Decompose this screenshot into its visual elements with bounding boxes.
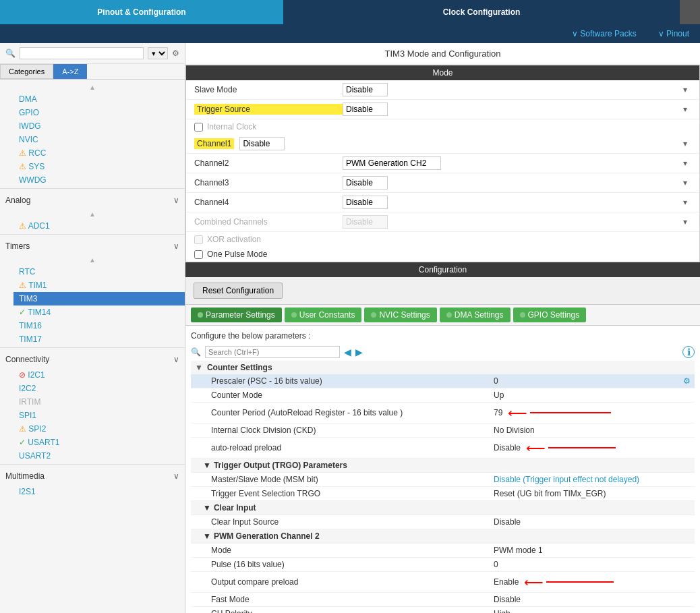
sidebar-item-rcc[interactable]: RCC <box>13 146 185 160</box>
multimedia-section[interactable]: Multimedia ∨ <box>0 467 185 485</box>
search-select[interactable]: ▾ <box>148 47 168 59</box>
tab-parameter-settings[interactable]: Parameter Settings <box>191 308 282 322</box>
categories-tab[interactable]: Categories <box>0 64 53 79</box>
channel2-row: Channel2 PWM Generation CH2 <box>186 154 699 173</box>
tab-gpio-settings[interactable]: GPIO Settings <box>513 308 587 322</box>
nav-next-icon[interactable]: ▶ <box>355 347 363 357</box>
channel4-select[interactable]: Disable <box>343 196 388 209</box>
xor-checkbox[interactable] <box>194 235 203 244</box>
sidebar-item-spi1[interactable]: SPI1 <box>13 409 185 422</box>
counter-period-value: 79 ⟵ <box>488 405 691 421</box>
fast-mode-row: Fast Mode Disable <box>191 593 695 607</box>
scroll-up[interactable]: ▲ <box>0 82 185 92</box>
one-pulse-checkbox[interactable] <box>194 250 203 259</box>
pwm-pulse-value: 0 <box>488 560 691 569</box>
sidebar-item-iwdg[interactable]: IWDG <box>13 119 185 133</box>
sidebar-item-gpio[interactable]: GPIO <box>13 106 185 119</box>
software-packs-link[interactable]: ∨ Software Packs <box>561 29 647 38</box>
connectivity-section[interactable]: Connectivity ∨ <box>0 351 185 368</box>
sidebar-item-tim1[interactable]: TIM1 <box>13 279 185 292</box>
sidebar-item-i2c1[interactable]: I2C1 <box>13 368 185 382</box>
arrow-auto-reload: ⟵ <box>526 440 546 456</box>
prescaler-name: Prescaler (PSC - 16 bits value) <box>211 376 488 386</box>
channel3-select-wrapper[interactable]: Disable <box>343 176 691 189</box>
search-left-icon: 🔍 <box>191 347 201 357</box>
header-pinout[interactable]: Pinout & Configuration <box>0 0 283 24</box>
az-tab[interactable]: A->Z <box>53 64 87 79</box>
channel4-label: Channel4 <box>194 198 343 207</box>
multimedia-label: Multimedia <box>5 471 45 481</box>
nav-prev-icon[interactable]: ◀ <box>344 347 351 357</box>
sidebar-item-i2c2[interactable]: I2C2 <box>13 382 185 395</box>
analog-section[interactable]: Analog ∨ <box>0 192 185 209</box>
scroll-mid[interactable]: ▲ <box>0 209 185 219</box>
info-icon[interactable]: ℹ <box>682 346 695 358</box>
sidebar-item-sys[interactable]: SYS <box>13 160 185 173</box>
tab-user-constants[interactable]: User Constants <box>285 308 362 322</box>
sidebar-item-adc1[interactable]: ADC1 <box>13 219 185 233</box>
slave-mode-select[interactable]: Disable <box>343 83 388 96</box>
xor-row: XOR activation <box>186 232 699 247</box>
params-search-bar: 🔍 ◀ ▶ ℹ <box>191 343 695 361</box>
scroll-timers[interactable]: ▲ <box>0 255 185 265</box>
arrow-output-compare: ⟵ <box>524 574 544 590</box>
pwm-pulse-row: Pulse (16 bits value) 0 <box>191 558 695 572</box>
pwm-mode-row: Mode PWM mode 1 <box>191 544 695 558</box>
combined-channels-label: Combined Channels <box>194 217 343 227</box>
tab-nvic-settings[interactable]: NVIC Settings <box>364 308 436 322</box>
clear-input-source-value: Disable <box>488 517 691 527</box>
main-layout: 🔍 ▾ ⚙ Categories A->Z ▲ DMA GPIO IWDG NV… <box>0 43 700 613</box>
channel3-select[interactable]: Disable <box>343 176 388 189</box>
counter-period-row: Counter Period (AutoReload Register - 16… <box>191 403 695 424</box>
sidebar-item-irtim[interactable]: IRTIM <box>13 395 185 409</box>
timers-section[interactable]: Timers ∨ <box>0 237 185 255</box>
sidebar-item-rtc[interactable]: RTC <box>13 265 185 279</box>
pinout-label: Pinout & Configuration <box>97 7 185 17</box>
sidebar-item-spi2[interactable]: SPI2 <box>13 422 185 436</box>
internal-clock-checkbox[interactable] <box>194 123 203 132</box>
sidebar-item-nvic[interactable]: NVIC <box>13 133 185 146</box>
sidebar-item-tim14[interactable]: TIM14 <box>13 305 185 319</box>
sidebar-item-usart2[interactable]: USART2 <box>13 449 185 463</box>
channel1-select-wrapper[interactable]: Disable <box>239 137 691 150</box>
gear-icon[interactable]: ⚙ <box>172 49 179 58</box>
sidebar-item-tim3[interactable]: TIM3 <box>13 292 185 305</box>
mode-section: Mode Slave Mode Disable Trigger Source D… <box>185 65 700 262</box>
reset-config-button[interactable]: Reset Configuration <box>194 283 283 299</box>
sidebar-item-wwdg[interactable]: WWDG <box>13 173 185 187</box>
sidebar-item-i2s1[interactable]: I2S1 <box>13 485 185 498</box>
header-right-panel <box>680 0 700 24</box>
combined-channels-select-wrapper[interactable]: Disable <box>343 215 691 229</box>
tab-dma-settings[interactable]: DMA Settings <box>440 308 511 322</box>
prescaler-value[interactable]: 0 ⚙ <box>488 376 691 386</box>
sidebar-item-tim16[interactable]: TIM16 <box>13 319 185 332</box>
timers-label: Timers <box>5 241 30 251</box>
channel1-row: Channel1 Disable <box>186 134 699 154</box>
channel2-select-wrapper[interactable]: PWM Generation CH2 <box>343 156 691 170</box>
counter-settings-header[interactable]: ▼ Counter Settings <box>191 361 695 374</box>
sidebar-item-usart1[interactable]: USART1 <box>13 436 185 449</box>
combined-channels-select[interactable]: Disable <box>343 215 388 229</box>
channel1-select[interactable]: Disable <box>239 137 285 150</box>
counter-mode-name: Counter Mode <box>211 390 488 400</box>
trigger-source-label: Trigger Source <box>194 104 343 115</box>
search-input[interactable] <box>20 47 144 59</box>
sidebar-item-dma[interactable]: DMA <box>13 92 185 106</box>
trigger-source-select[interactable]: Disable <box>343 103 388 116</box>
clear-input-header[interactable]: ▼ Clear Input <box>191 501 695 515</box>
pinout-link[interactable]: ∨ Pinout <box>647 29 700 38</box>
prescaler-gear-icon[interactable]: ⚙ <box>683 376 691 386</box>
params-search-input[interactable] <box>205 346 340 358</box>
slave-mode-select-wrapper[interactable]: Disable <box>343 83 691 96</box>
trigger-output-header[interactable]: ▼ Trigger Output (TRGO) Parameters <box>191 459 695 473</box>
trgo-name: Trigger Event Selection TRGO <box>211 489 488 498</box>
pwm-header[interactable]: ▼ PWM Generation Channel 2 <box>191 529 695 544</box>
trigger-source-select-wrapper[interactable]: Disable <box>343 103 691 116</box>
tab-dot-3 <box>371 312 376 318</box>
sidebar-item-tim17[interactable]: TIM17 <box>13 332 185 346</box>
channel4-select-wrapper[interactable]: Disable <box>343 196 691 209</box>
pwm-label: PWM Generation Channel 2 <box>214 531 320 541</box>
header-clock[interactable]: Clock Configuration <box>283 0 680 24</box>
channel2-select[interactable]: PWM Generation CH2 <box>343 156 441 170</box>
trigger-output-label: Trigger Output (TRGO) Parameters <box>214 461 347 470</box>
